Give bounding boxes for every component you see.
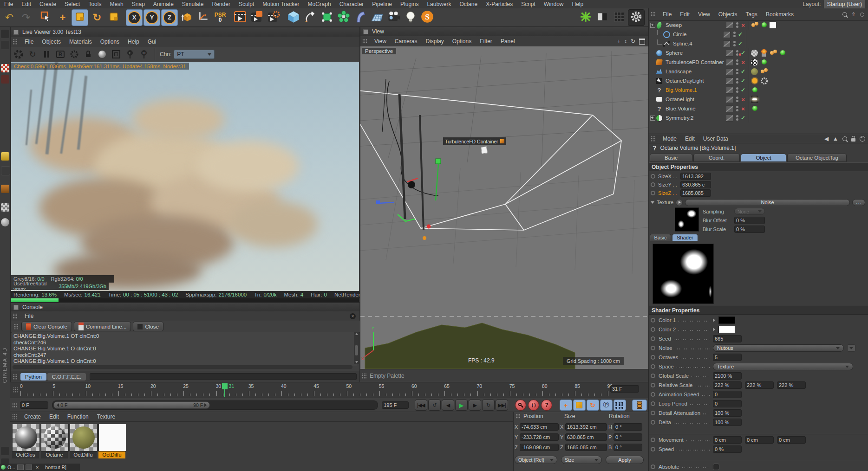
grip-icon[interactable] <box>651 12 656 17</box>
grip-icon[interactable] <box>13 313 18 319</box>
spinner-arrows[interactable] <box>768 438 772 442</box>
loop-button[interactable]: ↻ <box>482 400 495 411</box>
om-object-name[interactable]: Sphere <box>666 50 724 56</box>
menu-file[interactable]: File <box>0 1 17 7</box>
lv-menu-help[interactable]: Help <box>124 39 144 45</box>
gear-icon[interactable] <box>68 49 80 60</box>
octane-tag-icon[interactable] <box>760 58 768 66</box>
lv-menu-materials[interactable]: Materials <box>65 39 96 45</box>
sphere-icon[interactable] <box>1 218 9 226</box>
am-menu-mode[interactable]: Mode <box>659 135 681 142</box>
grip-icon[interactable] <box>13 39 18 45</box>
gear-ring-tag-icon[interactable] <box>760 77 768 85</box>
psr-reset-button[interactable]: PSR0 <box>212 10 228 26</box>
material-ball-icon[interactable] <box>96 49 108 60</box>
value-field[interactable]: 665 <box>713 335 742 342</box>
tool-icon[interactable] <box>1 447 9 455</box>
value-field[interactable]: 222 % <box>713 381 742 389</box>
keyframe-radio[interactable] <box>651 401 655 406</box>
grip-icon[interactable] <box>362 39 367 44</box>
scroll-down-arrow[interactable] <box>355 361 358 363</box>
exchange-button[interactable] <box>594 10 610 26</box>
add-spline-pen-button[interactable]: + <box>302 10 318 26</box>
range-end-field[interactable]: 195 F <box>382 401 408 409</box>
shutter-icon[interactable] <box>13 49 25 60</box>
console-log[interactable]: CHANGE:Big.Volume.1 OT clnCnt:0checkCnt:… <box>12 332 357 366</box>
position-x-field[interactable]: -74.633 cm <box>520 423 559 431</box>
console-button-clear-console[interactable]: Clear Console <box>21 322 72 331</box>
material-thumbnail[interactable] <box>98 424 126 452</box>
sun-tag-icon[interactable] <box>751 77 759 85</box>
expand-arrow-icon[interactable] <box>713 318 715 322</box>
om-item-blue-volume[interactable]: ?Blue.Volume× <box>649 104 868 113</box>
om-item-turbulencefd-container[interactable]: TurbulenceFD Container× <box>649 58 868 67</box>
keyframe-radio[interactable] <box>651 318 655 323</box>
value-field[interactable]: 222 % <box>745 381 774 389</box>
size-field[interactable]: 1685.085 <box>680 189 711 197</box>
spinner-arrows[interactable] <box>736 411 740 415</box>
apply-button[interactable]: Apply <box>606 456 644 464</box>
goto-end-button[interactable]: ▶▶| <box>496 400 508 411</box>
material-checker-tag-icon[interactable] <box>751 49 759 57</box>
spinner-arrows[interactable] <box>43 403 46 407</box>
coordinate-system-button[interactable] <box>179 10 195 26</box>
camera-label[interactable]: Perspective <box>362 48 396 54</box>
last-used-tool-button[interactable] <box>106 10 122 26</box>
console-titlebar[interactable]: Console <box>11 303 359 312</box>
key-parameter-button[interactable]: Ⓟ <box>600 400 613 411</box>
keyframe-radio[interactable] <box>651 465 655 469</box>
phong-tag-icon[interactable] <box>751 21 759 29</box>
refresh-icon[interactable]: ↻ <box>26 49 39 60</box>
grip-icon[interactable] <box>362 373 367 379</box>
spinner-arrows[interactable] <box>736 355 740 360</box>
material-pin-icon[interactable]: M <box>138 49 150 60</box>
menu-animate[interactable]: Animate <box>149 1 178 7</box>
om-item-spline-4[interactable]: Spline.4✓ <box>649 39 868 48</box>
add-light-button[interactable] <box>403 10 418 26</box>
keyframe-radio[interactable] <box>651 392 655 397</box>
om-object-name[interactable]: Spline.4 <box>673 41 721 46</box>
timeline-window-button[interactable] <box>632 400 647 411</box>
menu-help[interactable]: Help <box>568 1 588 7</box>
spinner-arrows[interactable] <box>736 374 740 378</box>
octane-tag-icon[interactable] <box>751 105 759 113</box>
layout-dropdown[interactable]: Startup (User) <box>824 0 865 8</box>
render-picture-viewer-button[interactable] <box>249 10 265 26</box>
rotation-b-field[interactable]: 0 ° <box>613 444 642 451</box>
vp-menu-display[interactable]: Display <box>421 38 448 45</box>
materials-menu-texture[interactable]: Texture <box>93 413 119 420</box>
menu-simulate[interactable]: Simulate <box>178 1 208 7</box>
focus-pin-icon[interactable]: F <box>124 49 136 60</box>
array-grid-button[interactable] <box>611 10 627 26</box>
menu-tools[interactable]: Tools <box>84 1 105 7</box>
taskbar-app-label[interactable]: O... <box>7 465 15 470</box>
phong-tag-icon[interactable] <box>770 49 777 57</box>
chn-dropdown[interactable]: PT <box>174 50 215 59</box>
layer-box-icon[interactable] <box>726 68 733 75</box>
om-menu-file[interactable]: File <box>659 11 676 18</box>
spinner-arrows[interactable] <box>553 445 557 450</box>
layer-box-icon[interactable] <box>726 87 733 94</box>
grip-icon[interactable] <box>651 136 656 142</box>
lock-z-axis-button[interactable]: Z <box>161 9 178 26</box>
add-camera-button[interactable] <box>386 10 402 26</box>
value-field[interactable]: 0 cm <box>713 436 742 444</box>
layer-box-icon[interactable] <box>723 40 731 47</box>
grip-icon[interactable] <box>13 324 19 329</box>
console-hscrollbar[interactable] <box>13 365 352 369</box>
live-selection-button[interactable] <box>38 10 54 26</box>
color-swatch[interactable] <box>718 316 735 324</box>
layer-box-icon[interactable] <box>726 96 733 103</box>
value-field[interactable]: 0 <box>713 400 742 407</box>
spinner-arrows[interactable] <box>705 191 709 195</box>
menu-plugins[interactable]: Plugins <box>396 1 423 7</box>
settings-gear-button[interactable] <box>628 9 645 26</box>
spinner-arrows[interactable] <box>736 420 740 425</box>
grip-icon[interactable] <box>12 414 17 419</box>
play-button[interactable]: ▶ <box>455 400 468 411</box>
current-frame-field[interactable]: 31 F <box>610 385 639 393</box>
spinner-arrows[interactable] <box>736 392 740 397</box>
true[interactable]: ↻ <box>631 38 635 45</box>
lv-menu-gui[interactable]: Gui <box>144 39 161 45</box>
texture-noise-button[interactable]: Noise <box>685 199 850 206</box>
